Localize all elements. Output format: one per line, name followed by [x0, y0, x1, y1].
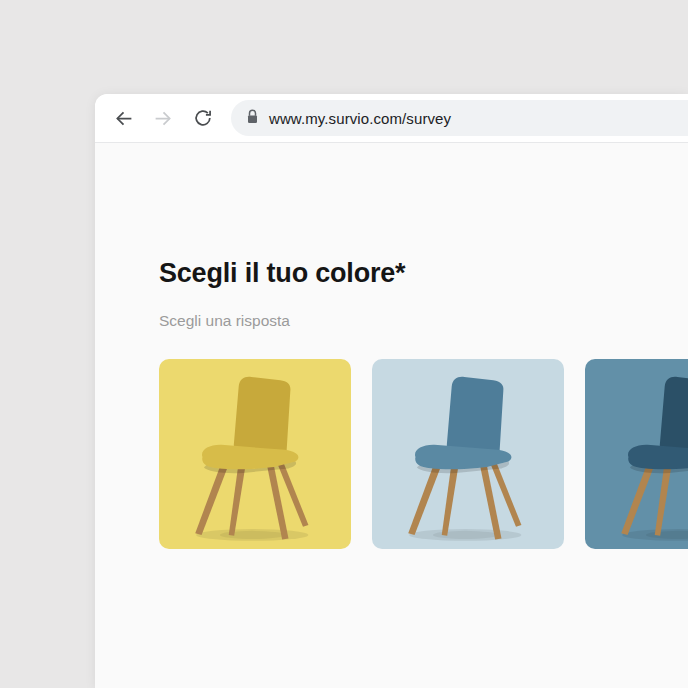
- url-text: www.my.survio.com/survey: [269, 110, 451, 127]
- answer-options: [159, 359, 688, 549]
- reload-button[interactable]: [183, 98, 223, 138]
- reload-icon: [193, 108, 213, 128]
- address-bar[interactable]: www.my.survio.com/survey: [231, 100, 688, 136]
- back-arrow-icon: [113, 108, 134, 129]
- survey-page: Scegli il tuo colore* Scegli una rispost…: [95, 143, 688, 549]
- lock-icon: [245, 108, 260, 129]
- question-hint: Scegli una risposta: [159, 312, 688, 330]
- browser-toolbar: www.my.survio.com/survey: [95, 94, 688, 143]
- forward-arrow-icon: [153, 108, 174, 129]
- light-blue-chair-image: [399, 372, 537, 544]
- forward-button[interactable]: [143, 98, 183, 138]
- dark-blue-chair-image: [612, 372, 688, 544]
- answer-card-yellow-chair[interactable]: [159, 359, 351, 549]
- browser-window: www.my.survio.com/survey Scegli il tuo c…: [95, 94, 688, 688]
- yellow-chair-image: [186, 372, 324, 544]
- back-button[interactable]: [103, 98, 143, 138]
- question-title: Scegli il tuo colore*: [159, 258, 688, 289]
- answer-card-dark-blue-chair[interactable]: [585, 359, 688, 549]
- answer-card-light-blue-chair[interactable]: [372, 359, 564, 549]
